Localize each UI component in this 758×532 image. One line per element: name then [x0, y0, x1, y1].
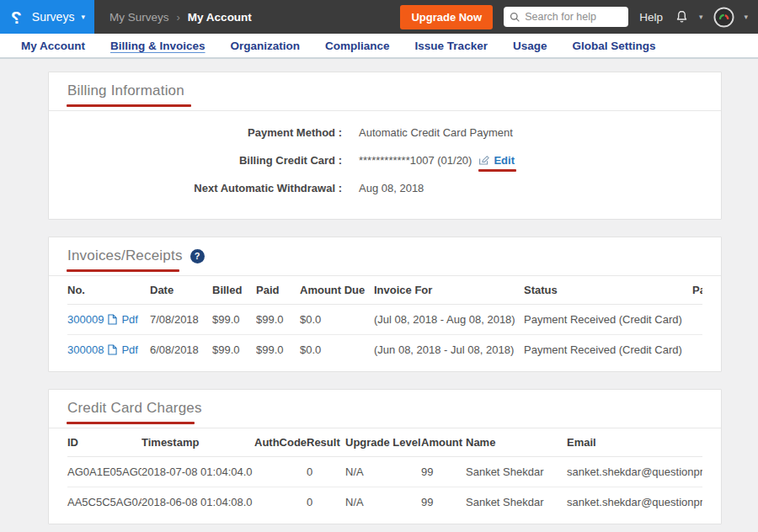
- account-menu[interactable]: ▾: [713, 7, 748, 28]
- charge-email-cell: sanket.shekdar@questionpro.com: [567, 457, 702, 487]
- col-result: Result: [307, 428, 345, 457]
- invoice-status-cell: Payment Received (Credit Card): [524, 335, 692, 365]
- invoice-paid-cell: $99.0: [256, 335, 300, 365]
- col-billed: Billed: [212, 276, 256, 305]
- topbar-actions: Upgrade Now Help ▾ ▾: [400, 5, 758, 29]
- charge-name-cell: Sanket Shekdar: [466, 457, 567, 487]
- invoice-row: 300009 Pdf 7/08/2018 $99.0 $99.0 $0.: [67, 305, 702, 335]
- invoice-date-cell: 7/08/2018: [150, 305, 212, 335]
- billing-information-card: Billing Information Payment Method : Aut…: [48, 72, 722, 220]
- next-withdrawal-row: Next Automatic Withdrawal : Aug 08, 2018: [67, 174, 702, 202]
- pdf-file-icon[interactable]: [108, 344, 117, 355]
- col-paid: Paid: [256, 276, 300, 305]
- pdf-link[interactable]: Pdf: [121, 313, 138, 326]
- pdf-link[interactable]: Pdf: [121, 343, 138, 356]
- questionpro-logo-icon: ?: [11, 8, 22, 26]
- help-link[interactable]: Help: [639, 11, 663, 24]
- search-input[interactable]: [525, 11, 622, 23]
- charge-email-cell: sanket.shekdar@questionpro.com: [567, 487, 702, 518]
- invoice-amount-due-cell: $0.0: [300, 305, 374, 335]
- billing-credit-card-label: Billing Credit Card :: [67, 154, 342, 167]
- col-invoice-for: Invoice For: [374, 276, 524, 305]
- charge-upgrade-level-cell: N/A: [345, 487, 421, 518]
- credit-card-charges-header: Credit Card Charges: [49, 390, 721, 428]
- help-question-icon[interactable]: ?: [190, 249, 205, 263]
- billing-information-rows: Payment Method : Automatic Credit Card P…: [49, 111, 721, 219]
- payment-method-row: Payment Method : Automatic Credit Card P…: [67, 119, 702, 146]
- charge-row: AG0A1E05AG0A 2018-07-08 01:04:04.0 0 N/A…: [67, 457, 702, 487]
- invoice-for-cell: (Jun 08, 2018 - Jul 08, 2018): [374, 335, 524, 365]
- invoices-header-row: No. Date Billed Paid Amount Due Invoice …: [67, 276, 702, 305]
- payment-method-label: Payment Method :: [67, 126, 342, 139]
- billing-information-title: Billing Information: [67, 82, 184, 99]
- charge-amount-cell: 99: [421, 457, 466, 487]
- col-status: Status: [524, 276, 692, 305]
- invoice-pay-by-cell: [692, 305, 702, 335]
- credit-card-charges-card: Credit Card Charges ID Timestamp AuthCod…: [48, 389, 722, 524]
- charges-table-wrap: ID Timestamp AuthCode Result Upgrade Lev…: [49, 428, 721, 524]
- tab-usage[interactable]: Usage: [500, 40, 560, 52]
- invoices-receipts-header: Invoices/Receipts ?: [49, 237, 721, 276]
- bell-icon: [674, 9, 690, 25]
- charge-row: AA5C5C5AG0A 2018-06-08 01:04:08.0 0 N/A …: [67, 487, 702, 518]
- col-no: No.: [67, 276, 150, 305]
- charges-table: ID Timestamp AuthCode Result Upgrade Lev…: [67, 428, 702, 517]
- account-nav-tabs: My Account Billing & Invoices Organizati…: [0, 34, 758, 59]
- invoice-date-cell: 6/08/2018: [150, 335, 212, 365]
- chevron-down-icon: ▾: [81, 13, 85, 21]
- breadcrumb-parent[interactable]: My Surveys: [109, 11, 169, 24]
- charges-header-row: ID Timestamp AuthCode Result Upgrade Lev…: [67, 428, 702, 457]
- col-timestamp: Timestamp: [141, 428, 254, 457]
- edit-card-link[interactable]: Edit: [478, 154, 515, 167]
- invoices-receipts-title: Invoices/Receipts: [67, 247, 183, 264]
- col-date: Date: [150, 276, 212, 305]
- invoice-for-cell: (Jul 08, 2018 - Aug 08, 2018): [374, 305, 524, 335]
- breadcrumb-current: My Account: [188, 11, 252, 24]
- main-content: Billing Information Payment Method : Aut…: [0, 59, 758, 524]
- next-withdrawal-label: Next Automatic Withdrawal :: [67, 182, 342, 194]
- invoices-table-wrap: No. Date Billed Paid Amount Due Invoice …: [49, 276, 721, 371]
- col-authcode: AuthCode: [254, 428, 307, 457]
- chevron-down-icon: ▾: [744, 13, 748, 21]
- col-pay-by: Pay By: [692, 276, 702, 305]
- col-id: ID: [67, 428, 141, 457]
- charge-authcode-cell: [254, 457, 307, 487]
- charge-authcode-cell: [254, 487, 307, 518]
- invoice-number-link[interactable]: 300009: [67, 313, 104, 326]
- charge-name-cell: Sanket Shekdar: [466, 487, 567, 518]
- tab-compliance[interactable]: Compliance: [312, 40, 403, 52]
- product-switcher[interactable]: ? Surveys ▾: [0, 0, 94, 34]
- tab-billing-invoices[interactable]: Billing & Invoices: [98, 40, 218, 52]
- invoice-paid-cell: $99.0: [256, 305, 300, 335]
- invoices-receipts-card: Invoices/Receipts ? No. Date Billed Paid…: [48, 237, 722, 372]
- invoice-no-cell: 300009 Pdf: [67, 305, 150, 335]
- invoice-pay-by-cell: [692, 335, 702, 365]
- invoice-number-link[interactable]: 300008: [67, 343, 104, 356]
- user-avatar: [713, 7, 734, 28]
- chevron-down-icon: ▾: [699, 13, 703, 21]
- invoice-no-cell: 300008 Pdf: [67, 335, 150, 365]
- tab-issue-tracker[interactable]: Issue Tracker: [403, 40, 500, 52]
- notifications-menu[interactable]: ▾: [674, 9, 703, 25]
- edit-pencil-icon: [478, 155, 489, 166]
- pdf-file-icon[interactable]: [108, 314, 117, 325]
- charge-timestamp-cell: 2018-06-08 01:04:08.0: [141, 487, 254, 518]
- charge-upgrade-level-cell: N/A: [345, 457, 421, 487]
- tab-organization[interactable]: Organization: [218, 40, 313, 52]
- product-label: Surveys: [32, 10, 75, 24]
- red-annotation-underline: [67, 422, 195, 424]
- breadcrumb: My Surveys › My Account: [109, 11, 252, 24]
- help-search-box[interactable]: [504, 7, 628, 27]
- tab-global-settings[interactable]: Global Settings: [559, 40, 668, 52]
- invoice-billed-cell: $99.0: [212, 305, 256, 335]
- payment-method-value: Automatic Credit Card Payment: [359, 126, 513, 139]
- billing-credit-card-value: ************1007 (01/20) Edit: [359, 154, 515, 167]
- credit-card-charges-title: Credit Card Charges: [67, 400, 202, 417]
- tab-my-account[interactable]: My Account: [8, 40, 98, 52]
- red-annotation-underline: [478, 169, 516, 172]
- col-amount: Amount: [421, 428, 466, 457]
- card-masked-number: ************1007 (01/20): [359, 154, 472, 167]
- charge-result-cell: 0: [307, 457, 345, 487]
- upgrade-now-button[interactable]: Upgrade Now: [400, 5, 493, 29]
- red-annotation-underline: [67, 269, 179, 272]
